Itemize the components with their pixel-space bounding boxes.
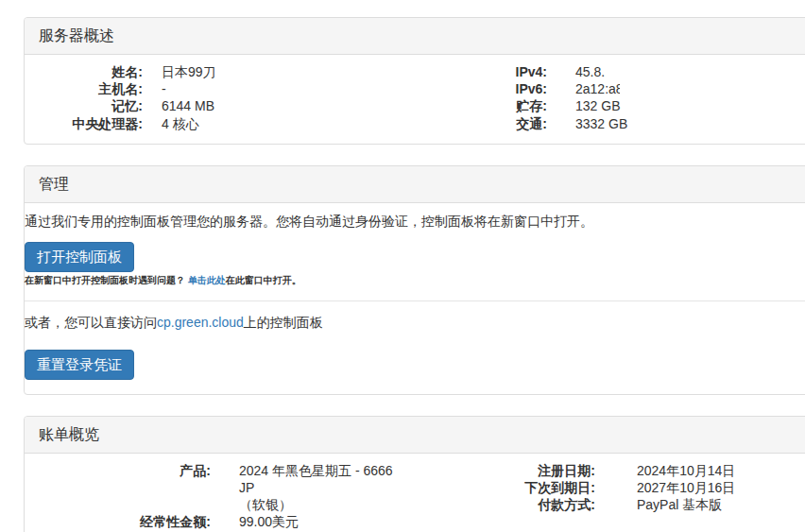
content-column: 服务器概述 姓名: 日本99刀 主机名: - 记忆: bbox=[0, 0, 805, 532]
table-row: 注册日期: 2024年10月14日 bbox=[407, 462, 735, 479]
field-value-ipv6: 2a12:a8 bbox=[547, 80, 627, 97]
field-value-ipv4: 45.8. bbox=[547, 63, 627, 80]
field-label-recurring-amount: 经常性金额: bbox=[39, 513, 211, 530]
billing-overview-heading: 账单概览 bbox=[25, 417, 805, 454]
field-value-registration-date: 2024年10月14日 bbox=[595, 462, 735, 479]
reset-credentials-button[interactable]: 重置登录凭证 bbox=[25, 350, 134, 380]
server-info-table-right: IPv4: 45.8. IPv6: 2a12:a8 贮存: 132 GB 交 bbox=[407, 63, 627, 132]
field-value-storage: 132 GB bbox=[547, 97, 627, 114]
trouble-note-prefix: 在新窗口中打开控制面板时遇到问题？ bbox=[25, 275, 188, 285]
field-value-next-due-date: 2027年10月16日 bbox=[595, 479, 735, 496]
product-name-line2: （软银） bbox=[239, 496, 407, 513]
field-label-ipv4: IPv4: bbox=[407, 63, 547, 80]
billing-overview-panel: 账单概览 产品: 2024 年黑色星期五 - 6666 JP （软银） 经 bbox=[24, 416, 805, 532]
field-value-product: 2024 年黑色星期五 - 6666 JP （软银） bbox=[211, 462, 407, 514]
field-label-storage: 贮存: bbox=[407, 97, 547, 114]
server-overview-panel: 服务器概述 姓名: 日本99刀 主机名: - 记忆: bbox=[24, 17, 805, 145]
billing-info-table-left: 产品: 2024 年黑色星期五 - 6666 JP （软银） 经常性金额: 99… bbox=[39, 462, 407, 532]
billing-info-table-right: 注册日期: 2024年10月14日 下次到期日: 2027年10月16日 付款方… bbox=[407, 462, 735, 514]
field-value-recurring-amount: 99.00美元 bbox=[211, 513, 407, 530]
server-overview-body: 姓名: 日本99刀 主机名: - 记忆: 6144 MB 中央处理器: bbox=[25, 55, 805, 144]
table-row: 中央处理器: 4 核心 bbox=[39, 115, 407, 132]
field-label-registration-date: 注册日期: bbox=[407, 462, 595, 479]
field-label-product: 产品: bbox=[39, 462, 211, 514]
table-row: IPv6: 2a12:a8 bbox=[407, 80, 627, 97]
alt-access-prefix: 或者，您可以直接访问 bbox=[25, 315, 157, 330]
table-row: 记忆: 6144 MB bbox=[39, 97, 407, 114]
table-row: 贮存: 132 GB bbox=[407, 97, 627, 114]
field-label-ipv6: IPv6: bbox=[407, 80, 547, 97]
page: 服务器概述 姓名: 日本99刀 主机名: - 记忆: bbox=[0, 0, 805, 532]
field-label-hostname: 主机名: bbox=[39, 80, 143, 97]
ipv6-truncated-value: 2a12:a8 bbox=[575, 80, 620, 97]
field-value-memory: 6144 MB bbox=[143, 97, 407, 114]
management-panel: 管理 通过我们专用的控制面板管理您的服务器。您将自动通过身份验证，控制面板将在新… bbox=[24, 165, 805, 395]
alt-access-line: 或者，您可以直接访问cp.green.cloud上的控制面板 bbox=[25, 314, 805, 331]
field-label-name: 姓名: bbox=[39, 63, 143, 80]
field-label-memory: 记忆: bbox=[39, 97, 143, 114]
field-label-payment-method: 付款方式: bbox=[407, 496, 595, 513]
management-title: 管理 bbox=[39, 176, 69, 192]
server-info-table-left: 姓名: 日本99刀 主机名: - 记忆: 6144 MB 中央处理器: bbox=[39, 63, 407, 132]
table-row: 主机名: - bbox=[39, 80, 407, 97]
server-overview-title: 服务器概述 bbox=[39, 27, 114, 43]
click-here-link[interactable]: 单击此处 bbox=[188, 275, 226, 285]
billing-overview-title: 账单概览 bbox=[39, 426, 99, 442]
trouble-note: 在新窗口中打开控制面板时遇到问题？ 单击此处在此窗口中打开。 bbox=[25, 274, 805, 286]
alt-access-suffix: 上的控制面板 bbox=[244, 315, 323, 330]
table-row: 经常性金额: 99.00美元 bbox=[39, 513, 407, 530]
field-label-traffic: 交通: bbox=[407, 115, 547, 132]
product-name-line1: 2024 年黑色星期五 - 6666 JP bbox=[239, 462, 407, 496]
field-value-payment-method: PayPal 基本版 bbox=[595, 496, 735, 513]
management-heading: 管理 bbox=[25, 166, 805, 203]
field-value-traffic: 3332 GB bbox=[547, 115, 627, 132]
field-value-cpu: 4 核心 bbox=[143, 115, 407, 132]
table-row: IPv4: 45.8. bbox=[407, 63, 627, 80]
control-panel-domain-link[interactable]: cp.green.cloud bbox=[157, 315, 244, 330]
table-row: 付款方式: PayPal 基本版 bbox=[407, 496, 735, 513]
table-row: 交通: 3332 GB bbox=[407, 115, 627, 132]
field-label-next-due-date: 下次到期日: bbox=[407, 479, 595, 496]
management-body: 通过我们专用的控制面板管理您的服务器。您将自动通过身份验证，控制面板将在新窗口中… bbox=[25, 203, 805, 394]
field-label-cpu: 中央处理器: bbox=[39, 115, 143, 132]
field-value-hostname: - bbox=[143, 80, 407, 97]
management-divider bbox=[25, 300, 805, 301]
server-overview-heading: 服务器概述 bbox=[25, 18, 805, 55]
billing-overview-body: 产品: 2024 年黑色星期五 - 6666 JP （软银） 经常性金额: 99… bbox=[25, 454, 805, 532]
table-row: 下次到期日: 2027年10月16日 bbox=[407, 479, 735, 496]
open-control-panel-button[interactable]: 打开控制面板 bbox=[25, 242, 134, 272]
table-row: 姓名: 日本99刀 bbox=[39, 63, 407, 80]
table-row: 产品: 2024 年黑色星期五 - 6666 JP （软银） bbox=[39, 462, 407, 514]
management-intro-text: 通过我们专用的控制面板管理您的服务器。您将自动通过身份验证，控制面板将在新窗口中… bbox=[25, 213, 805, 230]
field-value-name: 日本99刀 bbox=[143, 63, 407, 80]
trouble-note-suffix: 在此窗口中打开。 bbox=[226, 275, 301, 285]
